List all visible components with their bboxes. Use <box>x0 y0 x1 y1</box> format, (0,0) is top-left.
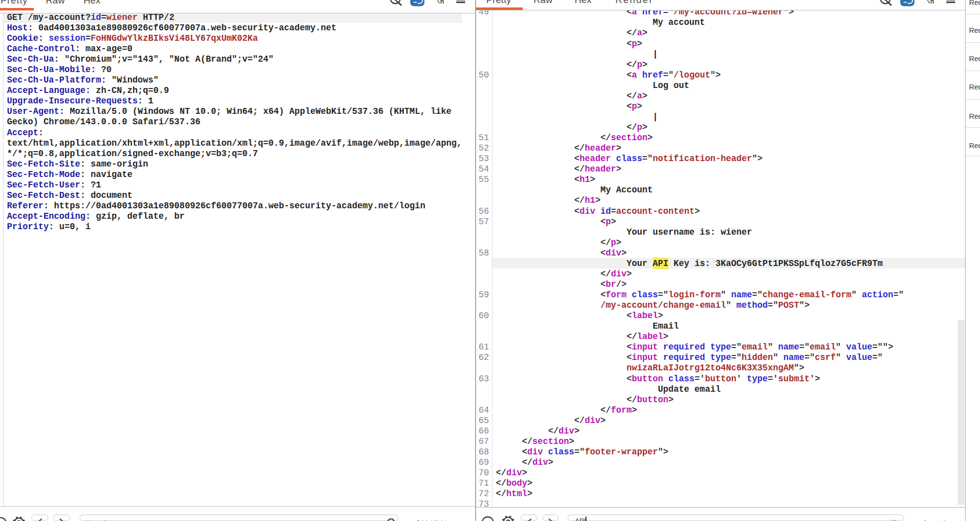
svg-text:\n: \n <box>926 0 934 5</box>
svg-text:\n: \n <box>436 0 444 5</box>
